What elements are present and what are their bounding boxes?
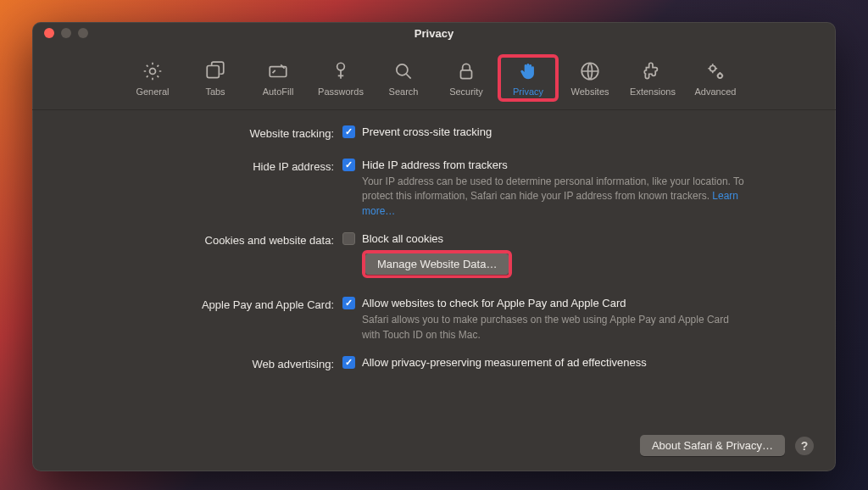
tab-label: Advanced [695, 86, 737, 97]
window-title: Privacy [32, 27, 836, 40]
gear-icon [141, 59, 164, 83]
hide-ip-checkbox-label: Hide IP address from trackers [362, 159, 508, 171]
block-all-cookies-checkbox[interactable] [342, 232, 355, 245]
svg-point-7 [710, 65, 716, 71]
about-safari-privacy-button[interactable]: About Safari & Privacy… [640, 435, 785, 456]
puzzle-icon [641, 59, 665, 83]
apple-pay-description: Safari allows you to make purchases on t… [342, 313, 749, 342]
globe-icon [578, 59, 602, 83]
tab-label: General [136, 86, 169, 97]
apple-pay-label: Apple Pay and Apple Card: [63, 297, 342, 311]
close-window-button[interactable] [44, 28, 54, 38]
gears-icon [704, 59, 727, 83]
minimize-window-button[interactable] [61, 28, 71, 38]
svg-point-3 [337, 63, 345, 70]
web-advertising-checkbox-label: Allow privacy-preserving measurement of … [362, 356, 647, 369]
tab-label: Extensions [630, 86, 676, 97]
hide-ip-checkbox[interactable]: ✓ [342, 159, 355, 171]
preferences-content: Website tracking: ✓ Prevent cross-site t… [32, 110, 836, 471]
tab-passwords[interactable]: Passwords [309, 56, 372, 100]
preferences-toolbar: General Tabs AutoFill Passwords Search [32, 44, 836, 110]
tab-search[interactable]: Search [372, 56, 435, 100]
web-advertising-label: Web advertising: [63, 356, 342, 370]
website-tracking-label: Website tracking: [63, 125, 342, 140]
svg-point-4 [397, 64, 408, 75]
tab-extensions[interactable]: Extensions [621, 56, 684, 100]
prevent-cross-site-tracking-checkbox[interactable]: ✓ [342, 125, 355, 138]
tab-label: Websites [570, 86, 609, 97]
footer: About Safari & Privacy… ? [640, 435, 814, 456]
traffic-lights [44, 28, 88, 38]
tab-label: AutoFill [263, 86, 294, 97]
lock-icon [454, 59, 478, 83]
tab-advanced[interactable]: Advanced [684, 56, 747, 100]
tab-autofill[interactable]: AutoFill [247, 56, 309, 100]
search-icon [392, 59, 415, 83]
tab-label: Search [389, 86, 419, 97]
block-all-cookies-label: Block all cookies [362, 232, 443, 245]
svg-rect-5 [461, 70, 472, 78]
tab-tabs[interactable]: Tabs [184, 56, 247, 100]
key-icon [329, 59, 353, 83]
tab-websites[interactable]: Websites [559, 56, 621, 100]
tab-label: Tabs [205, 86, 225, 97]
tab-security[interactable]: Security [435, 56, 498, 100]
tab-label: Security [449, 86, 483, 97]
tab-privacy[interactable]: Privacy [498, 54, 559, 102]
tab-label: Privacy [513, 86, 543, 97]
svg-rect-1 [207, 65, 219, 77]
titlebar: Privacy [32, 22, 836, 44]
hide-ip-description: Your IP address can be used to determine… [342, 175, 749, 219]
apple-pay-checkbox-label: Allow websites to check for Apple Pay an… [362, 297, 626, 309]
hand-icon [516, 59, 540, 83]
manage-website-data-button[interactable]: Manage Website Data… [365, 253, 509, 275]
prevent-cross-site-tracking-label: Prevent cross-site tracking [362, 125, 492, 138]
pencil-icon [266, 59, 290, 83]
zoom-window-button[interactable] [78, 28, 88, 38]
apple-pay-checkbox[interactable]: ✓ [342, 297, 355, 309]
svg-point-0 [150, 68, 156, 74]
hide-ip-label: Hide IP address: [63, 159, 342, 173]
tab-label: Passwords [318, 86, 364, 97]
cookies-label: Cookies and website data: [63, 232, 342, 247]
preferences-window: Privacy General Tabs AutoFill Passwords [32, 22, 836, 471]
web-advertising-checkbox[interactable]: ✓ [342, 356, 355, 369]
tabs-icon [203, 59, 227, 83]
tab-general[interactable]: General [121, 56, 184, 100]
help-button[interactable]: ? [795, 437, 814, 455]
